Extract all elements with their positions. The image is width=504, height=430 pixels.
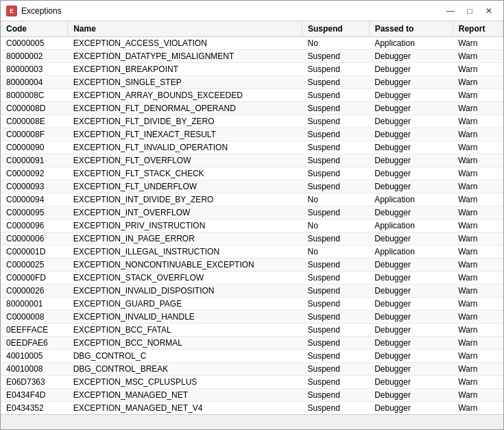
cell-code: C0000008 xyxy=(1,311,68,324)
cell-report: Warn xyxy=(453,298,503,311)
cell-name: EXCEPTION_INVALID_HANDLE xyxy=(68,311,302,324)
cell-passed-to: Debugger xyxy=(369,285,453,298)
table-row[interactable]: C0000006EXCEPTION_IN_PAGE_ERRORSuspendDe… xyxy=(1,232,503,246)
table-row[interactable]: C0000026EXCEPTION_INVALID_DISPOSITIONSus… xyxy=(1,285,503,298)
cell-name: EXCEPTION_SINGLE_STEP xyxy=(68,76,302,89)
cell-report: Warn xyxy=(453,102,503,115)
cell-name: DBG_CONTROL_BREAK xyxy=(68,363,302,376)
cell-code: 80000003 xyxy=(1,63,68,76)
cell-code: C0000025 xyxy=(1,259,68,272)
cell-code: C000008D xyxy=(1,102,68,115)
cell-passed-to: Application xyxy=(369,219,453,232)
cell-passed-to: Debugger xyxy=(369,363,453,376)
table-row[interactable]: C0000090EXCEPTION_FLT_INVALID_OPERATIONS… xyxy=(1,141,503,154)
cell-code: E0434352 xyxy=(1,402,68,415)
cell-passed-to: Debugger xyxy=(369,76,453,89)
table-row[interactable]: C0000094EXCEPTION_INT_DIVIDE_BY_ZERONoAp… xyxy=(1,193,503,206)
cell-passed-to: Application xyxy=(369,37,453,50)
table-row[interactable]: C0000096EXCEPTION_PRIV_INSTRUCTIONNoAppl… xyxy=(1,219,503,232)
table-row[interactable]: E06D7363EXCEPTION_MSC_CPLUSPLUSSuspendDe… xyxy=(1,376,503,389)
cell-report: Warn xyxy=(453,350,503,363)
cell-suspend: No xyxy=(302,246,370,259)
cell-name: EXCEPTION_INT_OVERFLOW xyxy=(68,206,302,219)
cell-report: Warn xyxy=(453,363,503,376)
cell-name: EXCEPTION_FLT_STACK_CHECK xyxy=(68,167,302,180)
cell-code: C0000090 xyxy=(1,141,68,154)
table-row[interactable]: 80000003EXCEPTION_BREAKPOINTSuspendDebug… xyxy=(1,63,503,76)
table-row[interactable]: C000008EEXCEPTION_FLT_DIVIDE_BY_ZEROSusp… xyxy=(1,115,503,128)
window-icon: E xyxy=(6,5,17,16)
table-row[interactable]: 0EEFFACEEXCEPTION_BCC_FATALSuspendDebugg… xyxy=(1,324,503,337)
header-code[interactable]: Code xyxy=(1,21,68,37)
minimize-button[interactable]: — xyxy=(442,4,459,18)
cell-report: Warn xyxy=(453,402,503,415)
cell-name: EXCEPTION_PRIV_INSTRUCTION xyxy=(68,219,302,232)
table-row[interactable]: 80000002EXCEPTION_DATATYPE_MISALIGNMENTS… xyxy=(1,50,503,63)
table-row[interactable]: E0434352EXCEPTION_MANAGED_NET_V4SuspendD… xyxy=(1,402,503,415)
cell-report: Warn xyxy=(453,389,503,402)
cell-suspend: Suspend xyxy=(302,154,370,167)
close-button[interactable]: ✕ xyxy=(480,4,498,18)
table-row[interactable]: C000008DEXCEPTION_FLT_DENORMAL_OPERANDSu… xyxy=(1,102,503,115)
cell-code: E06D7363 xyxy=(1,376,68,389)
header-name[interactable]: Name xyxy=(68,21,302,37)
cell-name: EXCEPTION_BREAKPOINT xyxy=(68,63,302,76)
table-row[interactable]: 40010008DBG_CONTROL_BREAKSuspendDebugger… xyxy=(1,363,503,376)
cell-code: 8000008C xyxy=(1,89,68,102)
cell-suspend: Suspend xyxy=(302,389,370,402)
cell-report: Warn xyxy=(453,337,503,350)
table-row[interactable]: C000008FEXCEPTION_FLT_INEXACT_RESULTSusp… xyxy=(1,128,503,141)
cell-passed-to: Debugger xyxy=(369,389,453,402)
cell-name: EXCEPTION_MANAGED_NET xyxy=(68,389,302,402)
cell-passed-to: Debugger xyxy=(369,63,453,76)
table-row[interactable]: E0434F4DEXCEPTION_MANAGED_NETSuspendDebu… xyxy=(1,389,503,402)
cell-passed-to: Debugger xyxy=(369,128,453,141)
table-row[interactable]: C0000092EXCEPTION_FLT_STACK_CHECKSuspend… xyxy=(1,167,503,180)
table-row[interactable]: C0000093EXCEPTION_FLT_UNDERFLOWSuspendDe… xyxy=(1,180,503,193)
cell-suspend: No xyxy=(302,37,370,50)
cell-code: C0000096 xyxy=(1,219,68,232)
cell-passed-to: Debugger xyxy=(369,324,453,337)
cell-suspend: Suspend xyxy=(302,180,370,193)
maximize-button[interactable]: □ xyxy=(461,4,479,18)
header-suspend[interactable]: Suspend xyxy=(302,21,370,37)
cell-code: C0000092 xyxy=(1,167,68,180)
window-controls: — □ ✕ xyxy=(442,4,498,18)
cell-code: C0000005 xyxy=(1,37,68,50)
table-row[interactable]: C0000005EXCEPTION_ACCESS_VIOLATIONNoAppl… xyxy=(1,37,503,50)
cell-name: EXCEPTION_FLT_INEXACT_RESULT xyxy=(68,128,302,141)
cell-suspend: Suspend xyxy=(302,350,370,363)
cell-passed-to: Debugger xyxy=(369,154,453,167)
header-passed-to[interactable]: Passed to xyxy=(369,21,453,37)
cell-report: Warn xyxy=(453,154,503,167)
table-row[interactable]: C0000025EXCEPTION_NONCONTINUABLE_EXCEPTI… xyxy=(1,259,503,272)
table-row[interactable]: 40010005DBG_CONTROL_CSuspendDebuggerWarn xyxy=(1,350,503,363)
cell-report: Warn xyxy=(453,246,503,259)
cell-suspend: Suspend xyxy=(302,141,370,154)
header-report[interactable]: Report xyxy=(453,21,503,37)
cell-code: 80000001 xyxy=(1,298,68,311)
cell-passed-to: Debugger xyxy=(369,337,453,350)
table-row[interactable]: C0000091EXCEPTION_FLT_OVERFLOWSuspendDeb… xyxy=(1,154,503,167)
table-row[interactable]: 0EEDFAE6EXCEPTION_BCC_NORMALSuspendDebug… xyxy=(1,337,503,350)
cell-name: EXCEPTION_FLT_DENORMAL_OPERAND xyxy=(68,102,302,115)
table-row[interactable]: 80000001EXCEPTION_GUARD_PAGESuspendDebug… xyxy=(1,298,503,311)
cell-passed-to: Debugger xyxy=(369,376,453,389)
cell-passed-to: Debugger xyxy=(369,350,453,363)
table-row[interactable]: C000001DEXCEPTION_ILLEGAL_INSTRUCTIONNoA… xyxy=(1,246,503,259)
table-row[interactable]: C00000FDEXCEPTION_STACK_OVERFLOWSuspendD… xyxy=(1,272,503,285)
cell-passed-to: Debugger xyxy=(369,89,453,102)
cell-report: Warn xyxy=(453,63,503,76)
cell-report: Warn xyxy=(453,50,503,63)
cell-suspend: Suspend xyxy=(302,311,370,324)
table-row[interactable]: C0000008EXCEPTION_INVALID_HANDLESuspendD… xyxy=(1,311,503,324)
cell-report: Warn xyxy=(453,272,503,285)
cell-name: DBG_CONTROL_C xyxy=(68,350,302,363)
cell-report: Warn xyxy=(453,311,503,324)
cell-suspend: Suspend xyxy=(302,50,370,63)
table-row[interactable]: 80000004EXCEPTION_SINGLE_STEPSuspendDebu… xyxy=(1,76,503,89)
table-container[interactable]: Code Name Suspend Passed to Report C0000… xyxy=(1,21,503,414)
table-row[interactable]: 8000008CEXCEPTION_ARRAY_BOUNDS_EXCEEDEDS… xyxy=(1,89,503,102)
table-row[interactable]: C0000095EXCEPTION_INT_OVERFLOWSuspendDeb… xyxy=(1,206,503,219)
cell-passed-to: Debugger xyxy=(369,298,453,311)
